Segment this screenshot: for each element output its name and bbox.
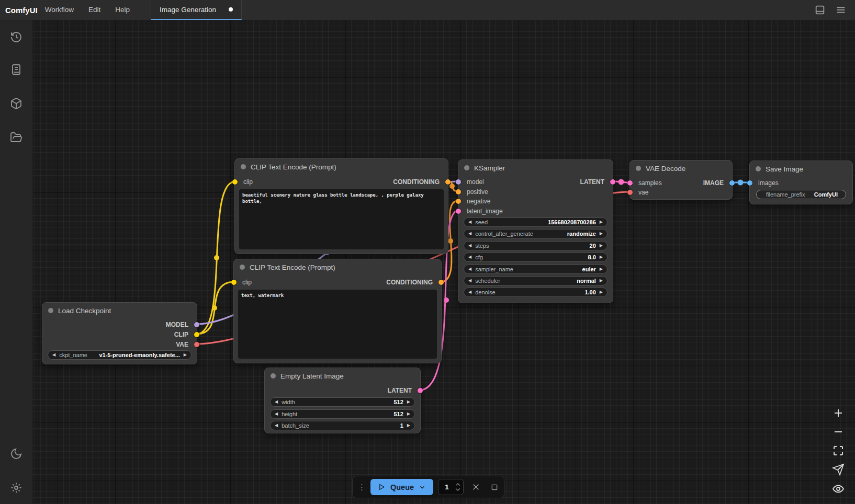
widget-control-after-generate[interactable]: ◀ control_after_generate randomize ▶	[464, 229, 608, 238]
output-port-image[interactable]	[729, 180, 735, 186]
widget-cfg[interactable]: ◀ cfg 8.0 ▶	[464, 253, 608, 262]
zoom-in-button[interactable]	[832, 407, 845, 419]
stepper-down-icon[interactable]	[455, 488, 460, 491]
decrement-arrow-icon[interactable]: ◀	[468, 267, 471, 271]
input-port-clip[interactable]	[232, 179, 238, 185]
node-header[interactable]: VAE Decode	[630, 161, 732, 176]
clear-queue-button[interactable]	[471, 483, 480, 491]
widget-seed[interactable]: ◀ seed 156680208700286 ▶	[464, 217, 608, 227]
widget-steps[interactable]: ◀ steps 20 ▶	[464, 241, 608, 250]
collapse-dot[interactable]	[241, 164, 246, 169]
input-port-model[interactable]	[456, 179, 461, 185]
collapse-dot[interactable]	[48, 308, 53, 313]
node-save-image[interactable]: Save Image images filename_prefix ComfyU…	[749, 161, 853, 204]
node-header[interactable]: Empty Latent Image	[265, 368, 420, 384]
decrement-arrow-icon[interactable]: ◀	[52, 353, 55, 357]
widget-sampler-name[interactable]: ◀ sampler_name euler ▶	[464, 265, 608, 274]
node-header[interactable]: Save Image	[750, 161, 852, 177]
increment-arrow-icon[interactable]: ▶	[600, 267, 603, 271]
decrement-arrow-icon[interactable]: ◀	[275, 400, 278, 404]
history-icon[interactable]	[10, 31, 22, 43]
fit-view-button[interactable]	[832, 444, 845, 457]
input-port-clip[interactable]	[231, 280, 237, 285]
positive-prompt-textarea[interactable]: beautiful scenery nature glass bottle la…	[239, 189, 444, 249]
node-load-checkpoint[interactable]: Load Checkpoint MODEL CLIP VAE ◀ ckpt_na…	[42, 302, 197, 364]
increment-arrow-icon[interactable]: ▶	[407, 423, 410, 428]
widget-batch-size[interactable]: ◀ batch_size 1 ▶	[270, 421, 415, 430]
decrement-arrow-icon[interactable]: ◀	[468, 290, 471, 294]
menu-workflow[interactable]: Workflow	[38, 0, 81, 20]
node-header[interactable]: CLIP Text Encode (Prompt)	[235, 159, 448, 175]
node-header[interactable]: CLIP Text Encode (Prompt)	[234, 259, 441, 275]
collapse-dot[interactable]	[271, 373, 276, 379]
increment-arrow-icon[interactable]: ▶	[600, 232, 603, 236]
increment-arrow-icon[interactable]: ▶	[600, 244, 603, 248]
settings-gear-icon[interactable]	[10, 482, 22, 494]
decrement-arrow-icon[interactable]: ◀	[468, 255, 471, 259]
toggle-links-button[interactable]	[832, 483, 845, 495]
output-port-model[interactable]	[194, 322, 199, 327]
node-clip-text-encode-negative[interactable]: CLIP Text Encode (Prompt) clip CONDITION…	[233, 259, 442, 363]
widget-height[interactable]: ◀ height 512 ▶	[270, 409, 415, 419]
input-port-negative[interactable]	[456, 199, 461, 204]
increment-arrow-icon[interactable]: ▶	[407, 412, 410, 416]
widget-width[interactable]: ◀ width 512 ▶	[270, 397, 415, 407]
input-port-positive[interactable]	[456, 189, 461, 194]
negative-prompt-textarea[interactable]: text, watermark	[238, 290, 437, 359]
output-port-latent[interactable]	[418, 388, 423, 393]
increment-arrow-icon[interactable]: ▶	[184, 353, 187, 357]
workflow-tab[interactable]: Image Generation	[151, 0, 242, 20]
increment-arrow-icon[interactable]: ▶	[600, 255, 603, 259]
decrement-arrow-icon[interactable]: ◀	[275, 423, 278, 428]
node-vae-decode[interactable]: VAE Decode samples vae IMAGE	[629, 160, 733, 200]
output-port-conditioning[interactable]	[438, 280, 444, 285]
decrement-arrow-icon[interactable]: ◀	[468, 244, 471, 248]
batch-count-input[interactable]: 1	[438, 479, 464, 495]
node-empty-latent-image[interactable]: Empty Latent Image LATENT ◀ width 512 ▶ …	[264, 368, 421, 433]
output-port-vae[interactable]	[194, 342, 199, 347]
increment-arrow-icon[interactable]: ▶	[407, 400, 410, 404]
stop-button[interactable]	[490, 483, 499, 491]
decrement-arrow-icon[interactable]: ◀	[275, 412, 278, 416]
output-port-clip[interactable]	[194, 332, 199, 337]
node-ksampler[interactable]: KSampler model positive negative latent_…	[458, 159, 613, 303]
decrement-arrow-icon[interactable]: ◀	[468, 220, 471, 224]
input-port-vae[interactable]	[627, 190, 633, 195]
widget-filename-prefix[interactable]: filename_prefix ComfyUI	[756, 190, 846, 199]
collapse-dot[interactable]	[240, 265, 245, 270]
increment-arrow-icon[interactable]: ▶	[600, 290, 603, 294]
increment-arrow-icon[interactable]: ▶	[600, 220, 603, 224]
zoom-out-button[interactable]	[832, 426, 845, 438]
workflows-folder-icon[interactable]	[10, 131, 22, 144]
input-port-samples[interactable]	[627, 180, 633, 186]
widget-ckpt-name[interactable]: ◀ ckpt_name v1-5-pruned-emaonly.safete..…	[48, 350, 192, 360]
output-port-latent[interactable]	[610, 179, 615, 185]
widget-denoise[interactable]: ◀ denoise 1.00 ▶	[464, 288, 608, 297]
menu-help[interactable]: Help	[108, 0, 137, 20]
increment-arrow-icon[interactable]: ▶	[600, 279, 603, 283]
app-logo[interactable]: ComfyUI	[5, 6, 38, 15]
menu-edit[interactable]: Edit	[81, 0, 108, 20]
widget-scheduler[interactable]: ◀ scheduler normal ▶	[464, 276, 608, 285]
node-library-icon[interactable]	[10, 63, 22, 76]
collapse-dot[interactable]	[756, 166, 761, 171]
decrement-arrow-icon[interactable]: ◀	[468, 232, 471, 236]
node-clip-text-encode-positive[interactable]: CLIP Text Encode (Prompt) clip CONDITION…	[234, 158, 448, 254]
input-port-latent-image[interactable]	[456, 209, 461, 214]
drag-handle-icon[interactable]: ⋮	[358, 483, 366, 491]
node-header[interactable]: KSampler	[458, 160, 613, 176]
decrement-arrow-icon[interactable]: ◀	[468, 279, 471, 283]
input-port-images[interactable]	[747, 180, 752, 186]
chevron-down-icon[interactable]	[419, 484, 426, 491]
collapse-dot[interactable]	[636, 166, 641, 171]
model-library-icon[interactable]	[10, 97, 22, 110]
node-header[interactable]: Load Checkpoint	[42, 303, 197, 318]
panel-bottom-icon[interactable]	[814, 4, 826, 16]
menu-icon[interactable]	[835, 4, 847, 16]
pan-mode-button[interactable]	[832, 463, 845, 476]
stepper-up-icon[interactable]	[455, 483, 460, 486]
output-port-conditioning[interactable]	[445, 179, 451, 185]
queue-button[interactable]: Queue	[370, 479, 433, 495]
collapse-dot[interactable]	[464, 165, 469, 170]
theme-toggle-moon-icon[interactable]	[10, 448, 22, 460]
